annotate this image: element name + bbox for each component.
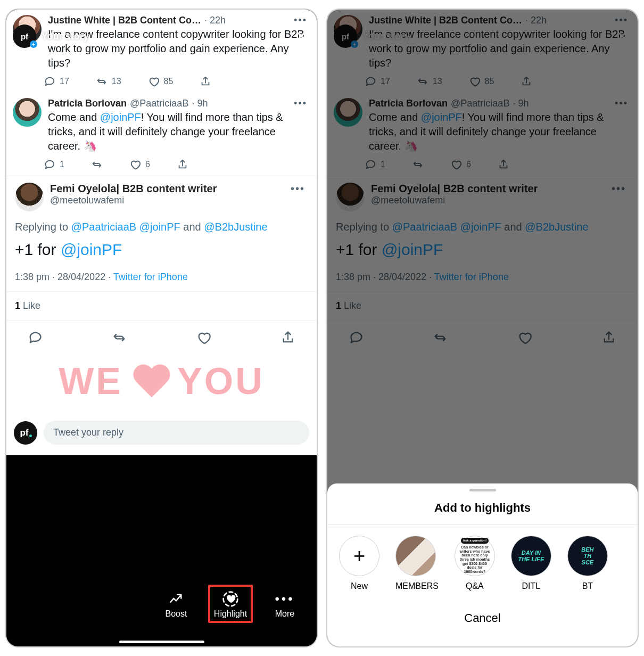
highlights-sheet: Add to highlights + New MEMBERS Ask a qu… [327,483,638,646]
client-link[interactable]: Twitter for iPhone [113,272,188,282]
phone-right: pf+ Your story ✕ Justine White | B2B Con… [326,9,639,647]
highlight-cover: BEH TH SCE [567,536,608,576]
mention-link[interactable]: @PaatriciaaB [71,221,137,233]
main-tweet-text: +1 for @joinPF [6,240,317,269]
tweet-actions: 1 6 [6,153,317,176]
reply-button[interactable] [28,330,43,345]
story-controls: Boost Highlight ••• More [6,572,317,646]
close-icon[interactable]: ✕ [292,28,310,45]
highlight-qa[interactable]: Ask a question!Can newbies or writers wh… [455,536,495,591]
reply-bar: pf Tweet your reply [6,415,317,450]
mention-link[interactable]: @joinPF [100,111,141,123]
phone-left: pf+ Your story ✕ Justine White | B2B Con… [5,9,318,647]
heart-icon [131,365,169,397]
like-button[interactable]: 85 [148,76,174,87]
retweet-button[interactable] [112,330,127,345]
mention-link[interactable]: @joinPF [139,221,180,233]
highlight-cover [395,536,436,576]
highlights-row[interactable]: + New MEMBERS Ask a question!Can newbies… [327,525,638,596]
plus-icon: + [339,536,379,576]
mention-link[interactable]: @joinPF [61,241,122,258]
story-header: pf+ Your story ✕ [6,20,317,52]
main-tweet-header: Femi Oyelola| B2B content writer ••• @me… [6,176,317,218]
tweet-menu-icon[interactable]: ••• [291,98,310,109]
highlight-new[interactable]: + New [339,536,379,591]
highlight-ditl[interactable]: DAY IN THE LIFE DITL [511,536,551,591]
tweet-author-handle[interactable]: @PaatriciaaB [130,98,188,109]
reply-button[interactable]: 1 [44,159,64,170]
boost-icon [154,589,199,609]
highlight-members[interactable]: MEMBERS [395,536,439,591]
likes-count[interactable]: 1 Like [6,292,317,321]
cancel-button[interactable]: Cancel [327,596,638,630]
sheet-grabber[interactable] [469,489,496,491]
tweet-meta: 1:38 pm · 28/04/2022 · Twitter for iPhon… [6,269,317,292]
story-username: Your story [42,31,89,42]
share-button[interactable] [177,159,188,170]
tweet-author-handle[interactable]: @meetoluwafemi [50,195,308,206]
share-button[interactable] [200,76,211,87]
comparison-stage: pf+ Your story ✕ Justine White | B2B Con… [0,0,644,656]
highlight-cover: Ask a question!Can newbies or writers wh… [455,536,495,576]
tweet-author-name[interactable]: Patricia Borlovan [48,98,127,109]
tweet-actions: 17 13 85 [6,70,317,93]
tweet-age: · 9h [192,98,208,109]
retweet-button[interactable]: 13 [96,76,121,87]
highlight-button[interactable]: Highlight [208,585,253,623]
retweet-button[interactable] [91,159,103,170]
replying-to: Replying to @PaatriciaaB @joinPF and @B2… [6,218,317,240]
avatar[interactable] [13,98,42,127]
story-avatar[interactable]: pf+ [13,24,36,48]
like-button[interactable]: 6 [129,159,150,170]
share-button[interactable] [280,330,295,345]
avatar[interactable] [15,183,44,211]
like-button[interactable] [196,330,211,345]
more-button[interactable]: ••• More [262,589,307,619]
tweet-text: Come and @joinPF! You will find more tha… [48,109,310,153]
home-indicator[interactable] [119,641,204,643]
shared-tweet-screenshot: Justine White | B2B Content Co… · 22h ••… [6,10,317,455]
tweet-author-name[interactable]: Femi Oyelola| B2B content writer [50,183,217,195]
we-love-you-sticker: WE YOU [6,355,317,415]
boost-button[interactable]: Boost [154,589,199,619]
highlight-bts[interactable]: BEH TH SCE BT [567,536,608,591]
sheet-title: Add to highlights [327,501,638,525]
more-icon: ••• [262,589,307,609]
tweet-menu-icon[interactable]: ••• [287,183,308,195]
main-tweet-actions [6,321,317,355]
mention-link[interactable]: @B2bJustine [204,221,267,233]
reply-button[interactable]: 17 [44,76,69,87]
self-avatar[interactable]: pf [14,421,37,445]
tweet-2: Patricia Borlovan @PaatriciaaB · 9h ••• … [6,93,317,153]
highlight-icon [211,589,250,609]
highlight-cover: DAY IN THE LIFE [511,536,551,576]
reply-input[interactable]: Tweet your reply [44,421,309,445]
